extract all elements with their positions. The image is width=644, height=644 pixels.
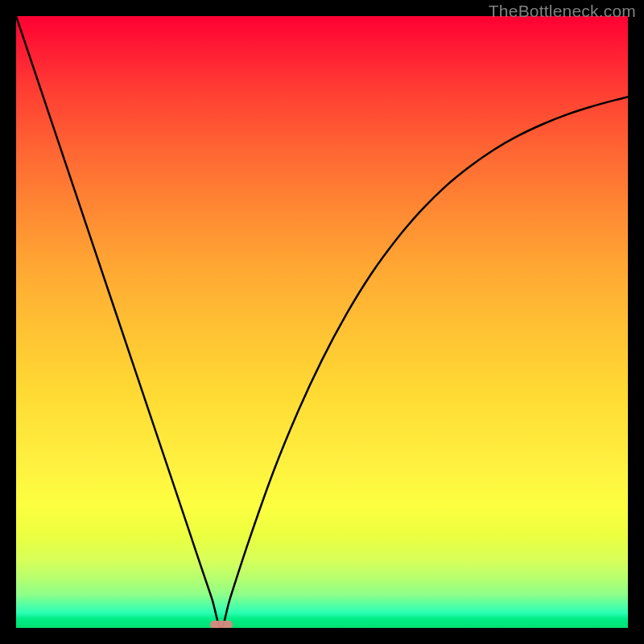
ssd-marker [210, 621, 233, 628]
chart-frame: TheBottleneck.com [0, 0, 644, 644]
plot-area [16, 16, 628, 628]
bottleneck-curve [16, 16, 628, 628]
watermark-text: TheBottleneck.com [489, 2, 636, 21]
